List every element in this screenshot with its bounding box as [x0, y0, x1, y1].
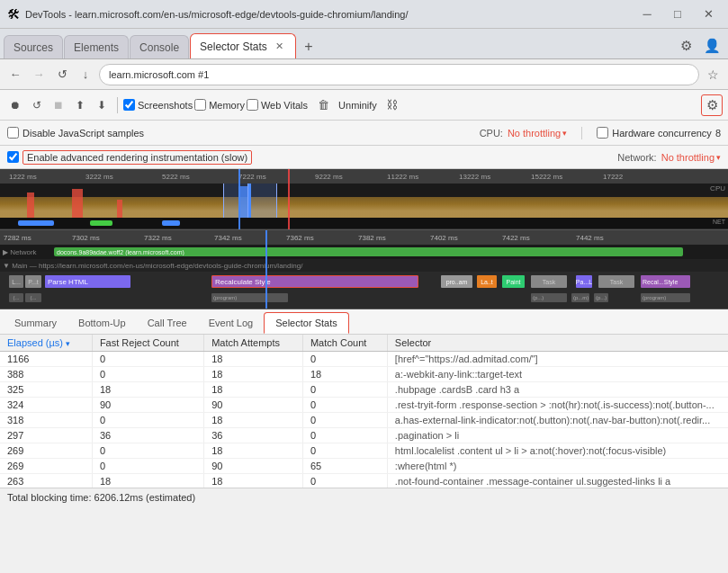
hw-label: Hardware concurrency	[612, 128, 712, 139]
cell-match-attempts: 90	[204, 459, 303, 474]
cell-selector: [href^="https://ad.admitad.com/"]	[387, 352, 728, 367]
disable-js-text: Disable JavaScript samples	[22, 128, 144, 139]
disable-js-checkbox[interactable]	[7, 127, 19, 139]
cell-match-count: 0	[302, 413, 387, 428]
timeline-overview[interactable]: 1222 ms 3222 ms 5222 ms 7222 ms 9222 ms …	[0, 169, 728, 230]
minimize-btn[interactable]: ─	[634, 5, 660, 23]
cell-fast-reject: 0	[92, 352, 203, 367]
status-text: Total blocking time: 6206.12ms (estimate…	[7, 492, 195, 503]
screenshots-checkbox[interactable]	[123, 99, 135, 111]
memory-checkbox-label[interactable]: Memory	[194, 99, 245, 111]
reload-record-btn[interactable]: ↺	[27, 95, 47, 115]
perf-settings-icon[interactable]: ⚙	[701, 94, 723, 116]
hw-value: 8	[715, 128, 721, 139]
main-row-label: ▼ Main — https://learn.microsoft.com/en-…	[0, 262, 305, 270]
screenshots-checkbox-label[interactable]: Screenshots	[123, 99, 193, 111]
cpu-dropdown-icon: ▾	[562, 129, 567, 138]
webvitals-checkbox-label[interactable]: Web Vitals	[247, 99, 308, 111]
col-fast-reject[interactable]: Fast Reject Count	[92, 335, 203, 352]
main-row: ▼ Main — https://learn.microsoft.com/en-…	[0, 259, 728, 272]
devtools-settings-icon[interactable]: ⚙	[673, 33, 698, 58]
address-field[interactable]: learn.microsoft.com #1	[99, 64, 699, 85]
tab-performance-close[interactable]: ✕	[273, 40, 286, 53]
tab-bottom-up[interactable]: Bottom-Up	[67, 312, 137, 334]
cpu-throttle-value[interactable]: No throttling ▾	[508, 128, 567, 139]
cell-selector: a:-webkit-any-link::target-text	[387, 367, 728, 382]
memory-label: Memory	[209, 100, 245, 111]
cell-match-attempts: 90	[204, 398, 303, 413]
timeline-zoom[interactable]: 7282 ms 7302 ms 7322 ms 7342 ms 7362 ms …	[0, 230, 728, 309]
cell-elapsed: 1166	[0, 352, 92, 367]
cell-match-count: 0	[302, 398, 387, 413]
hw-concurrency-checkbox[interactable]	[597, 127, 608, 139]
webvitals-checkbox[interactable]	[247, 99, 258, 111]
reload-btn[interactable]: ↺	[52, 65, 72, 85]
col-selector[interactable]: Selector	[387, 335, 728, 352]
cell-fast-reject: 0	[92, 413, 203, 428]
forward-btn[interactable]: →	[29, 65, 49, 85]
tab-elements[interactable]: Elements	[64, 35, 129, 58]
cell-fast-reject: 36	[92, 428, 203, 443]
tab-event-log[interactable]: Event Log	[198, 312, 265, 334]
network-row: ▶ Network docons.9a89adae.woff2 (learn.m…	[0, 245, 728, 259]
cell-match-count: 65	[302, 459, 387, 474]
table-row[interactable]: 269 0 18 0 html.localelist .content ul >…	[0, 443, 728, 459]
cell-match-count: 0	[302, 443, 387, 459]
cell-match-attempts: 18	[204, 443, 303, 459]
status-bar: Total blocking time: 6206.12ms (estimate…	[0, 488, 728, 506]
tab-sources[interactable]: Sources	[4, 35, 63, 58]
maximize-btn[interactable]: □	[665, 5, 690, 23]
selector-stats-table[interactable]: Elapsed (µs) ▾ Fast Reject Count Match A…	[0, 335, 728, 488]
cpu-label: CPU:	[480, 128, 503, 139]
table-row[interactable]: 297 36 36 0 .pagination > li	[0, 428, 728, 443]
unminify-label[interactable]: Unminify	[335, 100, 381, 111]
cell-elapsed: 269	[0, 443, 92, 459]
table-row[interactable]: 318 0 18 0 a.has-external-link-indicator…	[0, 413, 728, 428]
back-btn[interactable]: ←	[5, 65, 25, 85]
table-row[interactable]: 263 18 18 0 .not-found-container .messag…	[0, 474, 728, 488]
cell-elapsed: 324	[0, 398, 92, 413]
tab-selector-stats[interactable]: Selector Stats	[264, 312, 348, 334]
adv-render-checkbox[interactable]	[7, 151, 19, 163]
stop-btn[interactable]: ⏹	[49, 95, 68, 115]
record-btn[interactable]: ⏺	[5, 95, 25, 115]
cell-fast-reject: 0	[92, 443, 203, 459]
tab-summary[interactable]: Summary	[4, 312, 67, 334]
network-throttle-value[interactable]: No throttling ▾	[661, 152, 721, 163]
cell-match-count: 0	[302, 352, 387, 367]
trash-btn[interactable]: 🗑	[313, 95, 333, 115]
download-btn[interactable]: ↓	[76, 65, 95, 85]
unminify-icon[interactable]: ⛓	[382, 95, 402, 115]
table-row[interactable]: 324 90 90 0 .rest-tryit-form .response-s…	[0, 398, 728, 413]
memory-checkbox[interactable]	[194, 99, 206, 111]
adv-render-text: Enable advanced rendering instrumentatio…	[22, 150, 252, 165]
disable-js-label[interactable]: Disable JavaScript samples	[7, 127, 144, 139]
cell-match-count: 0	[302, 382, 387, 398]
col-elapsed[interactable]: Elapsed (µs) ▾	[0, 335, 92, 352]
cell-elapsed: 269	[0, 459, 92, 474]
favorite-icon[interactable]: ☆	[703, 65, 723, 85]
cell-elapsed: 297	[0, 428, 92, 443]
upload-btn[interactable]: ⬆	[70, 95, 90, 115]
tab-console[interactable]: Console	[130, 35, 189, 58]
net-track-label: NET	[713, 219, 725, 225]
tab-add-btn[interactable]: +	[297, 35, 320, 58]
table-row[interactable]: 325 18 18 0 .hubpage .cardsB .card h3 a	[0, 382, 728, 398]
recalc-style-block[interactable]: Recalculate Style	[211, 275, 418, 288]
cell-selector: .rest-tryit-form .response-section > :no…	[387, 398, 728, 413]
tab-elements-label: Elements	[74, 41, 119, 54]
table-row[interactable]: 269 0 90 65 :where(html *)	[0, 459, 728, 474]
download-profile-btn[interactable]: ⬇	[92, 95, 112, 115]
cell-match-attempts: 18	[204, 352, 303, 367]
table-row[interactable]: 1166 0 18 0 [href^="https://ad.admitad.c…	[0, 352, 728, 367]
tab-call-tree[interactable]: Call Tree	[137, 312, 198, 334]
col-match-attempts[interactable]: Match Attempts	[204, 335, 303, 352]
table-row[interactable]: 388 0 18 18 a:-webkit-any-link::target-t…	[0, 367, 728, 382]
cell-fast-reject: 18	[92, 382, 203, 398]
close-btn[interactable]: ✕	[696, 5, 721, 23]
tab-performance[interactable]: Selector Stats ✕	[190, 33, 296, 58]
devtools-profile-icon[interactable]: 👤	[699, 33, 724, 58]
adv-render-label[interactable]: Enable advanced rendering instrumentatio…	[7, 150, 252, 165]
parse-html-block[interactable]: Parse HTML	[45, 275, 130, 288]
col-match-count[interactable]: Match Count	[302, 335, 387, 352]
